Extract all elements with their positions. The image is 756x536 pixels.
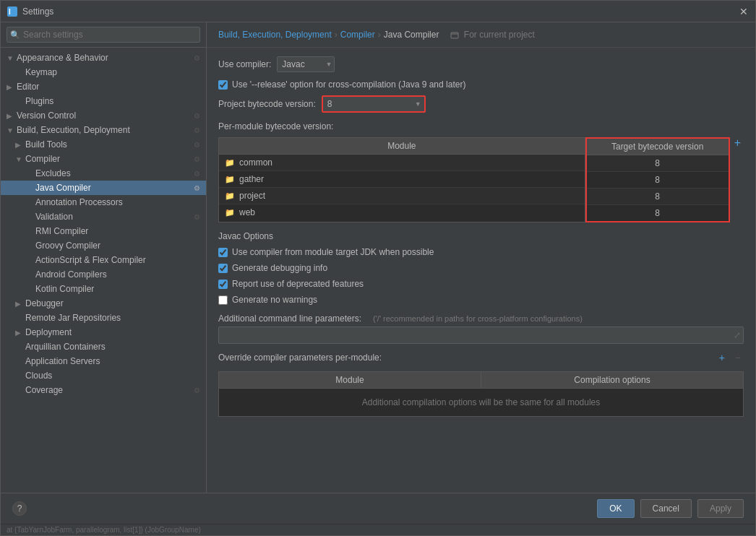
sidebar-item-editor[interactable]: ▶ Editor — [1, 79, 206, 94]
table-row: 📁 web — [219, 204, 585, 220]
sidebar-item-appearance[interactable]: ▼ Appearance & Behavior ⚙ — [1, 51, 206, 65]
footer: ? OK Cancel Apply — [1, 493, 755, 524]
main-content: 🔍 ▼ Appearance & Behavior ⚙ Keymap ▶ Edi — [1, 22, 755, 493]
sidebar-item-validation[interactable]: Validation ⚙ — [1, 209, 206, 224]
sidebar-item-compiler[interactable]: ▼ Compiler ⚙ — [1, 152, 206, 166]
cmd-input-wrap: ⤢ — [218, 327, 744, 344]
settings-icon: ⚙ — [194, 184, 200, 192]
sidebar-item-version-control[interactable]: ▶ Version Control ⚙ — [1, 108, 206, 123]
override-options-header: Compilation options — [481, 372, 743, 388]
settings-icon: ⚙ — [194, 141, 200, 149]
sidebar-item-coverage[interactable]: Coverage ⚙ — [1, 383, 206, 397]
use-release-label: Use '--release' option for cross-compila… — [232, 79, 465, 90]
expand-arrow: ▶ — [7, 83, 14, 91]
status-text: at {TabYarnJobFarm, parallelogram, list[… — [7, 526, 201, 534]
breadcrumb-sep-2: › — [378, 30, 381, 40]
window-title: Settings — [22, 7, 53, 17]
sidebar-item-label: Groovy Compiler — [35, 241, 200, 251]
sidebar-item-application-servers[interactable]: Application Servers — [1, 354, 206, 368]
sidebar-item-label: Clouds — [25, 371, 200, 381]
sidebar-item-java-compiler[interactable]: Java Compiler ⚙ — [1, 181, 206, 195]
sidebar-item-label: Arquillian Containers — [25, 342, 200, 352]
apply-button[interactable]: Apply — [697, 499, 744, 518]
cmd-input[interactable] — [218, 327, 744, 344]
sidebar-item-label: Excludes — [35, 168, 191, 178]
sidebar-item-actionscript[interactable]: ActionScript & Flex Compiler — [1, 253, 206, 267]
sidebar-item-excludes[interactable]: Excludes ⚙ — [1, 166, 206, 181]
javac-options: Javac Options Use compiler from module t… — [218, 231, 744, 305]
use-release-checkbox[interactable] — [218, 80, 228, 90]
compiler-select[interactable]: Javac Eclipse Ajc — [277, 56, 335, 72]
add-override-button[interactable]: + — [716, 353, 728, 363]
search-wrap: 🔍 — [7, 27, 200, 43]
close-button[interactable]: ✕ — [738, 6, 749, 17]
add-module-button[interactable]: + — [731, 137, 744, 149]
sidebar-item-remote-jar[interactable]: Remote Jar Repositories — [1, 311, 206, 325]
sidebar: 🔍 ▼ Appearance & Behavior ⚙ Keymap ▶ Edi — [1, 22, 207, 493]
sidebar-item-label: Version Control — [17, 111, 191, 121]
opt-debug-info-row: Generate debugging info — [218, 263, 744, 273]
breadcrumb-sep-1: › — [335, 30, 338, 40]
sidebar-item-label: Plugins — [25, 96, 200, 106]
remove-override-button[interactable]: − — [732, 353, 744, 363]
table-row: 📁 project — [219, 188, 585, 204]
target-row: 8 — [587, 172, 729, 189]
opt-debug-info-checkbox[interactable] — [218, 264, 228, 273]
opt-use-compiler-checkbox[interactable] — [218, 248, 228, 257]
sidebar-item-groovy-compiler[interactable]: Groovy Compiler — [1, 238, 206, 253]
sidebar-item-annotation-processors[interactable]: Annotation Processors — [1, 195, 206, 209]
settings-icon: ⚙ — [194, 155, 200, 163]
version-select-wrap: 8 9 10 11 ▼ — [322, 95, 426, 113]
breadcrumb-compiler[interactable]: Compiler — [340, 30, 375, 40]
breadcrumb-build[interactable]: Build, Execution, Deployment — [218, 30, 332, 40]
sidebar-item-android-compilers[interactable]: Android Compilers — [1, 267, 206, 282]
sidebar-item-label: Deployment — [25, 327, 200, 337]
sidebar-item-deployment[interactable]: ▶ Deployment — [1, 325, 206, 340]
target-row: 8 — [587, 205, 729, 221]
help-button[interactable]: ? — [12, 501, 27, 516]
sidebar-item-rmi-compiler[interactable]: RMI Compiler — [1, 224, 206, 238]
opt-no-warnings-row: Generate no warnings — [218, 295, 744, 305]
sidebar-item-debugger[interactable]: ▶ Debugger — [1, 296, 206, 311]
table-row: 📁 common — [219, 155, 585, 171]
override-header-wrap: Override compiler parameters per-module:… — [218, 353, 744, 367]
sidebar-item-build-tools[interactable]: ▶ Build Tools ⚙ — [1, 137, 206, 152]
module-table: Module 📁 common 📁 gather 📁 project — [218, 137, 585, 222]
sidebar-item-label: Editor — [17, 82, 200, 92]
use-compiler-row: Use compiler: Javac Eclipse Ajc ▼ — [218, 56, 744, 72]
search-input[interactable] — [7, 27, 200, 43]
javac-section-title: Javac Options — [218, 231, 744, 241]
expand-icon[interactable]: ⤢ — [734, 330, 741, 340]
opt-deprecated-checkbox[interactable] — [218, 280, 228, 289]
target-col-header: Target bytecode version — [587, 139, 729, 155]
status-bar: at {TabYarnJobFarm, parallelogram, list[… — [1, 524, 755, 535]
sidebar-item-plugins[interactable]: Plugins — [1, 94, 206, 108]
sidebar-item-clouds[interactable]: Clouds — [1, 368, 206, 383]
folder-icon: 📁 — [225, 208, 235, 217]
sidebar-item-kotlin-compiler[interactable]: Kotlin Compiler — [1, 282, 206, 296]
table-row: 📁 gather — [219, 171, 585, 188]
sidebar-item-keymap[interactable]: Keymap — [1, 65, 206, 79]
version-select[interactable]: 8 9 10 11 — [323, 97, 424, 111]
expand-arrow: ▶ — [15, 141, 22, 149]
expand-arrow: ▼ — [7, 54, 14, 62]
settings-icon: ⚙ — [194, 54, 200, 62]
opt-use-compiler-label: Use compiler from module target JDK when… — [232, 247, 434, 257]
sidebar-item-label: Annotation Processors — [35, 197, 200, 207]
cancel-button[interactable]: Cancel — [640, 499, 692, 518]
opt-no-warnings-checkbox[interactable] — [218, 295, 228, 305]
ok-button[interactable]: OK — [597, 499, 634, 518]
settings-icon: ⚙ — [194, 213, 200, 221]
override-table: Module Compilation options Additional co… — [218, 371, 744, 417]
folder-icon: 📁 — [225, 158, 235, 168]
search-icon: 🔍 — [10, 30, 20, 40]
module-table-section: Module 📁 common 📁 gather 📁 project — [218, 137, 744, 222]
sidebar-item-build-execution[interactable]: ▼ Build, Execution, Deployment ⚙ — [1, 123, 206, 137]
expand-arrow: ▶ — [7, 112, 14, 120]
sidebar-item-arquillian[interactable]: Arquillian Containers — [1, 340, 206, 354]
settings-icon: ⚙ — [194, 386, 200, 394]
opt-deprecated-row: Report use of deprecated features — [218, 279, 744, 289]
bytecode-version-row: Project bytecode version: 8 9 10 11 ▼ — [218, 95, 744, 113]
title-bar: I Settings ✕ — [1, 1, 755, 22]
target-table: Target bytecode version 8 8 8 8 — [585, 137, 730, 222]
